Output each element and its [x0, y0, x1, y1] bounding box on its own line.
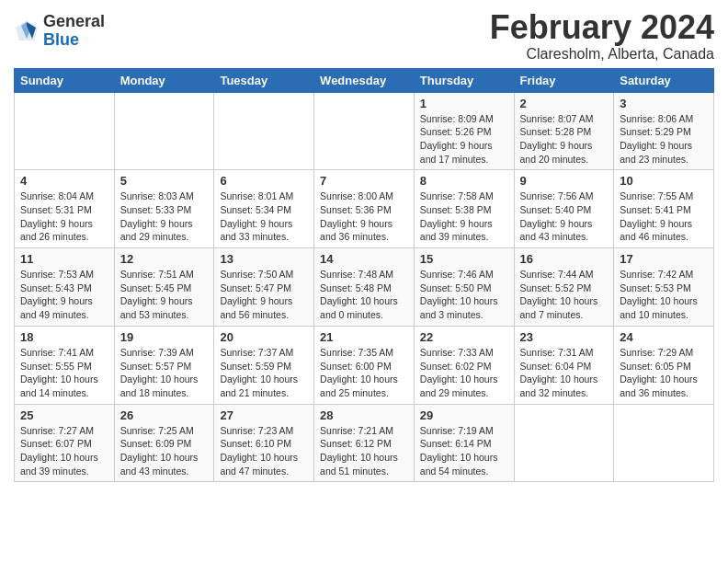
day-number: 15 [420, 252, 508, 266]
title-block: February 2024 Claresholm, Alberta, Canad… [490, 9, 714, 63]
calendar-cell: 7Sunrise: 8:00 AM Sunset: 5:36 PM Daylig… [314, 170, 415, 248]
day-number: 1 [420, 97, 508, 110]
day-number: 6 [220, 174, 308, 188]
logo-general: General [43, 13, 105, 31]
calendar-cell: 24Sunrise: 7:29 AM Sunset: 6:05 PM Dayli… [614, 326, 714, 404]
day-number: 11 [20, 252, 108, 266]
day-info: Sunrise: 7:27 AM Sunset: 6:07 PM Dayligh… [20, 424, 108, 478]
day-number: 18 [20, 330, 108, 344]
day-info: Sunrise: 7:37 AM Sunset: 5:59 PM Dayligh… [220, 346, 308, 400]
calendar-cell: 19Sunrise: 7:39 AM Sunset: 5:57 PM Dayli… [114, 326, 214, 404]
calendar-week-row: 1Sunrise: 8:09 AM Sunset: 5:26 PM Daylig… [15, 92, 714, 170]
weekday-header: Wednesday [314, 68, 415, 92]
weekday-header: Sunday [15, 68, 115, 92]
day-info: Sunrise: 7:39 AM Sunset: 5:57 PM Dayligh… [120, 346, 209, 400]
calendar-cell [614, 404, 714, 482]
day-number: 29 [420, 408, 508, 422]
weekday-header: Thursday [414, 68, 514, 92]
day-info: Sunrise: 7:56 AM Sunset: 5:40 PM Dayligh… [520, 190, 609, 244]
calendar-cell: 17Sunrise: 7:42 AM Sunset: 5:53 PM Dayli… [614, 248, 714, 327]
calendar-week-row: 11Sunrise: 7:53 AM Sunset: 5:43 PM Dayli… [15, 248, 714, 327]
calendar-cell: 22Sunrise: 7:33 AM Sunset: 6:02 PM Dayli… [414, 326, 514, 404]
calendar-cell: 25Sunrise: 7:27 AM Sunset: 6:07 PM Dayli… [15, 404, 115, 482]
month-title: February 2024 [490, 9, 714, 46]
calendar-cell: 14Sunrise: 7:48 AM Sunset: 5:48 PM Dayli… [314, 248, 415, 327]
calendar-cell: 29Sunrise: 7:19 AM Sunset: 6:14 PM Dayli… [414, 404, 514, 482]
calendar-cell [514, 404, 614, 482]
day-info: Sunrise: 8:03 AM Sunset: 5:33 PM Dayligh… [120, 190, 209, 244]
calendar-table: SundayMondayTuesdayWednesdayThursdayFrid… [14, 68, 714, 483]
day-info: Sunrise: 7:46 AM Sunset: 5:50 PM Dayligh… [420, 268, 508, 322]
day-number: 20 [220, 330, 308, 344]
day-number: 8 [420, 174, 508, 188]
logo-icon [14, 18, 40, 44]
calendar-week-row: 4Sunrise: 8:04 AM Sunset: 5:31 PM Daylig… [15, 170, 714, 248]
day-number: 17 [620, 252, 708, 266]
header: General Blue February 2024 Claresholm, A… [14, 9, 714, 63]
logo: General Blue [14, 13, 105, 50]
calendar-cell [114, 92, 214, 170]
day-number: 3 [620, 97, 708, 110]
calendar-cell [314, 92, 415, 170]
day-info: Sunrise: 7:50 AM Sunset: 5:47 PM Dayligh… [220, 268, 308, 322]
day-number: 28 [320, 408, 408, 422]
weekday-header: Monday [114, 68, 214, 92]
calendar-cell: 28Sunrise: 7:21 AM Sunset: 6:12 PM Dayli… [314, 404, 415, 482]
day-number: 10 [620, 174, 708, 188]
weekday-header: Friday [514, 68, 614, 92]
day-info: Sunrise: 8:01 AM Sunset: 5:34 PM Dayligh… [220, 190, 308, 244]
calendar-cell: 9Sunrise: 7:56 AM Sunset: 5:40 PM Daylig… [514, 170, 614, 248]
day-number: 12 [120, 252, 209, 266]
day-number: 5 [120, 174, 209, 188]
day-number: 24 [620, 330, 708, 344]
calendar-cell: 8Sunrise: 7:58 AM Sunset: 5:38 PM Daylig… [414, 170, 514, 248]
calendar-cell: 1Sunrise: 8:09 AM Sunset: 5:26 PM Daylig… [414, 92, 514, 170]
calendar-cell: 23Sunrise: 7:31 AM Sunset: 6:04 PM Dayli… [514, 326, 614, 404]
weekday-header: Tuesday [214, 68, 314, 92]
weekday-header: Saturday [614, 68, 714, 92]
day-number: 9 [520, 174, 609, 188]
day-info: Sunrise: 7:23 AM Sunset: 6:10 PM Dayligh… [220, 424, 308, 478]
day-info: Sunrise: 7:48 AM Sunset: 5:48 PM Dayligh… [320, 268, 408, 322]
logo-blue: Blue [43, 31, 105, 50]
location-title: Claresholm, Alberta, Canada [490, 46, 714, 63]
day-info: Sunrise: 7:29 AM Sunset: 6:05 PM Dayligh… [620, 346, 708, 400]
logo-text: General Blue [43, 13, 105, 50]
day-number: 21 [320, 330, 408, 344]
day-number: 19 [120, 330, 209, 344]
calendar-cell: 21Sunrise: 7:35 AM Sunset: 6:00 PM Dayli… [314, 326, 415, 404]
day-info: Sunrise: 7:25 AM Sunset: 6:09 PM Dayligh… [120, 424, 209, 478]
day-number: 14 [320, 252, 408, 266]
day-number: 25 [20, 408, 108, 422]
day-number: 22 [420, 330, 508, 344]
day-number: 26 [120, 408, 209, 422]
day-info: Sunrise: 7:42 AM Sunset: 5:53 PM Dayligh… [620, 268, 708, 322]
day-info: Sunrise: 8:07 AM Sunset: 5:28 PM Dayligh… [520, 112, 609, 167]
day-info: Sunrise: 8:04 AM Sunset: 5:31 PM Dayligh… [20, 190, 108, 244]
calendar-week-row: 25Sunrise: 7:27 AM Sunset: 6:07 PM Dayli… [15, 404, 714, 482]
day-info: Sunrise: 7:44 AM Sunset: 5:52 PM Dayligh… [520, 268, 609, 322]
day-info: Sunrise: 7:21 AM Sunset: 6:12 PM Dayligh… [320, 424, 408, 478]
calendar-cell: 20Sunrise: 7:37 AM Sunset: 5:59 PM Dayli… [214, 326, 314, 404]
calendar-cell: 11Sunrise: 7:53 AM Sunset: 5:43 PM Dayli… [15, 248, 115, 327]
day-info: Sunrise: 7:19 AM Sunset: 6:14 PM Dayligh… [420, 424, 508, 478]
day-info: Sunrise: 7:31 AM Sunset: 6:04 PM Dayligh… [520, 346, 609, 400]
day-info: Sunrise: 8:09 AM Sunset: 5:26 PM Dayligh… [420, 112, 508, 167]
header-row: SundayMondayTuesdayWednesdayThursdayFrid… [15, 68, 714, 92]
day-info: Sunrise: 7:55 AM Sunset: 5:41 PM Dayligh… [620, 190, 708, 244]
calendar-cell [214, 92, 314, 170]
calendar-cell: 3Sunrise: 8:06 AM Sunset: 5:29 PM Daylig… [614, 92, 714, 170]
day-info: Sunrise: 7:33 AM Sunset: 6:02 PM Dayligh… [420, 346, 508, 400]
day-number: 7 [320, 174, 408, 188]
calendar-cell: 10Sunrise: 7:55 AM Sunset: 5:41 PM Dayli… [614, 170, 714, 248]
calendar-cell: 6Sunrise: 8:01 AM Sunset: 5:34 PM Daylig… [214, 170, 314, 248]
day-number: 13 [220, 252, 308, 266]
day-info: Sunrise: 7:58 AM Sunset: 5:38 PM Dayligh… [420, 190, 508, 244]
day-number: 2 [520, 97, 609, 110]
day-info: Sunrise: 7:51 AM Sunset: 5:45 PM Dayligh… [120, 268, 209, 322]
day-number: 4 [20, 174, 108, 188]
calendar-week-row: 18Sunrise: 7:41 AM Sunset: 5:55 PM Dayli… [15, 326, 714, 404]
day-number: 16 [520, 252, 609, 266]
calendar-cell: 26Sunrise: 7:25 AM Sunset: 6:09 PM Dayli… [114, 404, 214, 482]
calendar-cell: 4Sunrise: 8:04 AM Sunset: 5:31 PM Daylig… [15, 170, 115, 248]
